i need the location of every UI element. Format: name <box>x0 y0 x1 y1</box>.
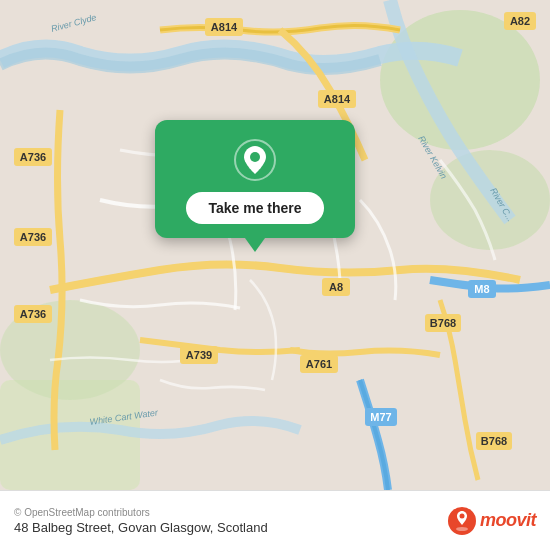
svg-point-38 <box>459 513 464 518</box>
map-container: A814 A814 A82 A736 A736 A736 A8 A739 A76… <box>0 0 550 490</box>
svg-text:A761: A761 <box>306 358 332 370</box>
svg-text:A8: A8 <box>329 281 343 293</box>
location-popup: Take me there <box>155 120 355 238</box>
svg-text:A736: A736 <box>20 308 46 320</box>
moovit-brand-name: moovit <box>480 510 536 531</box>
svg-text:M8: M8 <box>474 283 489 295</box>
moovit-icon <box>448 507 476 535</box>
svg-point-36 <box>250 152 260 162</box>
svg-text:M77: M77 <box>370 411 391 423</box>
svg-text:A736: A736 <box>20 231 46 243</box>
take-me-there-button[interactable]: Take me there <box>186 192 323 224</box>
svg-text:A82: A82 <box>510 15 530 27</box>
svg-text:A814: A814 <box>324 93 351 105</box>
svg-text:A814: A814 <box>211 21 238 33</box>
bottom-bar: © OpenStreetMap contributors 48 Balbeg S… <box>0 490 550 550</box>
pin-icon <box>233 138 277 182</box>
svg-text:B768: B768 <box>481 435 507 447</box>
moovit-logo: moovit <box>448 507 536 535</box>
svg-text:B768: B768 <box>430 317 456 329</box>
copyright-text: © OpenStreetMap contributors <box>14 507 268 518</box>
address-text: 48 Balbeg Street, Govan Glasgow, Scotlan… <box>14 520 268 535</box>
map-background: A814 A814 A82 A736 A736 A736 A8 A739 A76… <box>0 0 550 490</box>
svg-point-39 <box>456 527 468 531</box>
bottom-info: © OpenStreetMap contributors 48 Balbeg S… <box>14 507 268 535</box>
svg-text:A739: A739 <box>186 349 212 361</box>
svg-text:A736: A736 <box>20 151 46 163</box>
